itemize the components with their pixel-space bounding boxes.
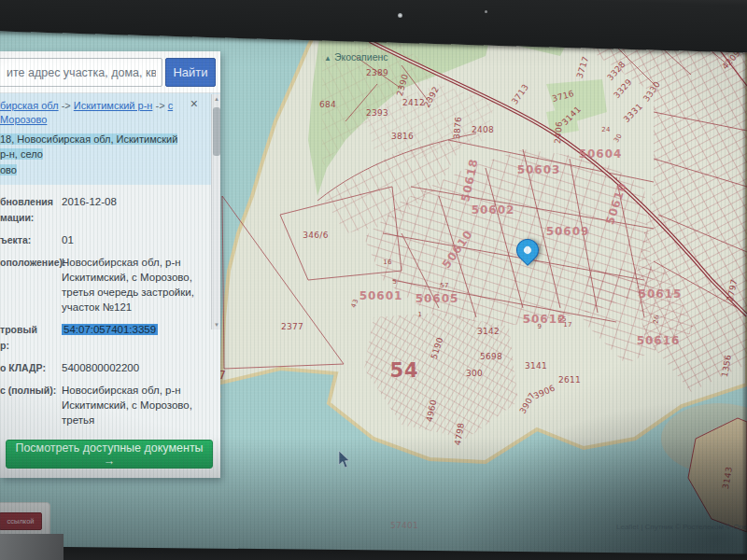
scroll-down-icon[interactable]: ▼ (212, 320, 221, 329)
breadcrumb-link[interactable]: Искитимский р-н (74, 100, 153, 111)
breadcrumb-separator: -> (59, 100, 74, 111)
breadcrumb-separator: -> (152, 100, 167, 111)
field-label: ъекта: (0, 232, 56, 247)
info-row: с (полный): Новосибирская обл, р-н Искит… (0, 379, 220, 431)
field-label: о КЛАДР: (0, 360, 56, 375)
poi-marker-icon: ▲ (324, 54, 331, 63)
share-link-button[interactable]: ссылкой (0, 512, 42, 530)
webcam-led-icon (398, 13, 402, 18)
close-icon[interactable]: × (190, 97, 198, 110)
search-input[interactable] (0, 58, 162, 87)
panel-scrollbar[interactable]: ▲ ▼ (211, 94, 220, 329)
share-panel: ссылкой (0, 502, 50, 538)
poi-ecosapiens: ▲Экосапиенс (324, 51, 388, 63)
field-value: Новосибирская обл, р-н Искитимский, с Мо… (62, 385, 192, 426)
mouse-cursor-icon (338, 451, 351, 469)
info-row: бновлениямации: 2016-12-08 (0, 190, 220, 229)
field-label: бновлениямации: (0, 194, 56, 225)
object-info-rows: бновлениямации: 2016-12-08 ъекта: 01 опо… (0, 185, 220, 431)
field-value: 54:07:057401:3359 (62, 324, 158, 335)
field-value: 01 (62, 234, 74, 245)
field-value: 2016-12-08 (62, 196, 117, 207)
field-value: Новосибирская обл, р-н Искитимский, с Мо… (62, 257, 194, 313)
selected-address: 18, Новосибирская обл, Искитимский р-н, … (0, 132, 211, 178)
field-label: оположение): (0, 255, 56, 315)
laptop-screen-photo: 6842389239023932412239238162408387637133… (0, 0, 747, 560)
scroll-up-icon[interactable]: ▲ (212, 94, 221, 104)
info-row: о КЛАДР: 5400800002200 (0, 357, 220, 379)
selected-object-card: × бирская обл -> Искитимский р-н -> с Мо… (0, 93, 220, 185)
info-row: тровыйр: 54:07:057401:3359 (0, 318, 220, 357)
breadcrumb: бирская обл -> Искитимский р-н -> с Моро… (0, 99, 211, 128)
scrollbar-thumb[interactable] (213, 107, 220, 156)
search-row: Найти (0, 51, 220, 93)
field-value: 5400800002200 (62, 362, 139, 373)
map-attribution: Leaflet | Спутник © Ростелеком © Ope (616, 523, 747, 531)
info-row: ъекта: 01 (0, 229, 220, 251)
field-label: с (полный): (0, 383, 56, 427)
field-label: тровыйр: (0, 322, 56, 353)
search-button[interactable]: Найти (165, 58, 216, 87)
bezel-dot-icon (485, 10, 487, 13)
info-row: оположение): Новосибирская обл, р-н Иски… (0, 251, 220, 318)
breadcrumb-link[interactable]: бирская обл (0, 100, 59, 111)
address-search-panel: Найти × бирская обл -> Искитимский р-н -… (0, 51, 220, 478)
view-documents-button[interactable]: Посмотреть доступные документы → (6, 440, 213, 469)
laptop-hinge (0, 534, 63, 560)
